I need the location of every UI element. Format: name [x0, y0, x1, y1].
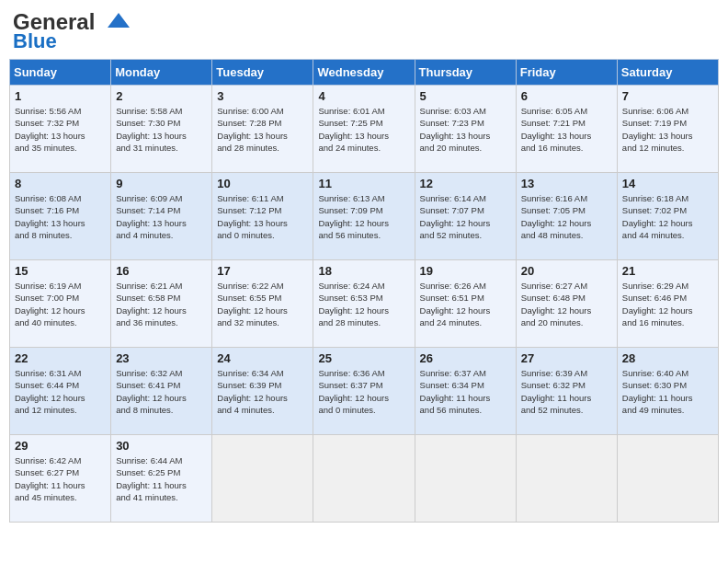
- table-row: 18Sunrise: 6:24 AM Sunset: 6:53 PM Dayli…: [313, 260, 415, 348]
- day-number: 25: [318, 351, 409, 365]
- table-row: 19Sunrise: 6:26 AM Sunset: 6:51 PM Dayli…: [415, 260, 516, 348]
- table-row: 22Sunrise: 6:31 AM Sunset: 6:44 PM Dayli…: [10, 348, 111, 435]
- header-wednesday: Wednesday: [313, 60, 415, 86]
- day-info: Sunrise: 6:08 AM Sunset: 7:16 PM Dayligh…: [15, 192, 106, 241]
- day-number: 30: [116, 439, 207, 453]
- table-row: 14Sunrise: 6:18 AM Sunset: 7:02 PM Dayli…: [617, 173, 718, 260]
- day-info: Sunrise: 6:26 AM Sunset: 6:51 PM Dayligh…: [420, 280, 511, 328]
- day-number: 5: [420, 89, 511, 103]
- calendar-row: 22Sunrise: 6:31 AM Sunset: 6:44 PM Dayli…: [10, 348, 719, 435]
- day-info: Sunrise: 6:40 AM Sunset: 6:30 PM Dayligh…: [622, 367, 713, 416]
- page-header: General Blue: [9, 9, 719, 52]
- table-row: 23Sunrise: 6:32 AM Sunset: 6:41 PM Dayli…: [111, 348, 212, 435]
- table-row: [617, 435, 718, 523]
- table-row: 21Sunrise: 6:29 AM Sunset: 6:46 PM Dayli…: [617, 260, 718, 348]
- day-number: 10: [217, 177, 308, 190]
- day-info: Sunrise: 6:05 AM Sunset: 7:21 PM Dayligh…: [521, 105, 612, 154]
- day-info: Sunrise: 6:18 AM Sunset: 7:02 PM Dayligh…: [622, 192, 713, 241]
- header-friday: Friday: [516, 60, 617, 86]
- table-row: 12Sunrise: 6:14 AM Sunset: 7:07 PM Dayli…: [415, 173, 516, 260]
- day-info: Sunrise: 6:00 AM Sunset: 7:28 PM Dayligh…: [217, 105, 308, 154]
- day-number: 19: [420, 264, 511, 278]
- day-info: Sunrise: 6:22 AM Sunset: 6:55 PM Dayligh…: [217, 280, 308, 328]
- calendar-body: 1Sunrise: 5:56 AM Sunset: 7:32 PM Daylig…: [10, 86, 719, 523]
- day-number: 3: [217, 89, 308, 103]
- day-info: Sunrise: 6:01 AM Sunset: 7:25 PM Dayligh…: [318, 105, 409, 154]
- day-info: Sunrise: 6:03 AM Sunset: 7:23 PM Dayligh…: [420, 105, 511, 154]
- table-row: 20Sunrise: 6:27 AM Sunset: 6:48 PM Dayli…: [516, 260, 617, 348]
- table-row: 9Sunrise: 6:09 AM Sunset: 7:14 PM Daylig…: [111, 173, 212, 260]
- day-number: 6: [521, 89, 612, 103]
- calendar-header-row: Sunday Monday Tuesday Wednesday Thursday…: [10, 60, 719, 86]
- day-info: Sunrise: 6:29 AM Sunset: 6:46 PM Dayligh…: [622, 280, 713, 328]
- day-info: Sunrise: 6:27 AM Sunset: 6:48 PM Dayligh…: [521, 280, 612, 328]
- day-number: 2: [116, 89, 207, 103]
- day-info: Sunrise: 6:32 AM Sunset: 6:41 PM Dayligh…: [116, 367, 207, 416]
- day-number: 27: [521, 351, 612, 365]
- table-row: 15Sunrise: 6:19 AM Sunset: 7:00 PM Dayli…: [10, 260, 111, 348]
- calendar-row: 29Sunrise: 6:42 AM Sunset: 6:27 PM Dayli…: [10, 435, 719, 523]
- day-number: 9: [116, 177, 207, 190]
- day-number: 1: [15, 89, 106, 103]
- calendar-row: 1Sunrise: 5:56 AM Sunset: 7:32 PM Daylig…: [10, 86, 719, 173]
- table-row: 7Sunrise: 6:06 AM Sunset: 7:19 PM Daylig…: [617, 86, 718, 173]
- day-info: Sunrise: 6:39 AM Sunset: 6:32 PM Dayligh…: [521, 367, 612, 416]
- day-info: Sunrise: 6:11 AM Sunset: 7:12 PM Dayligh…: [217, 192, 308, 241]
- calendar-row: 8Sunrise: 6:08 AM Sunset: 7:16 PM Daylig…: [10, 173, 719, 260]
- day-info: Sunrise: 6:24 AM Sunset: 6:53 PM Dayligh…: [318, 280, 409, 328]
- table-row: 8Sunrise: 6:08 AM Sunset: 7:16 PM Daylig…: [10, 173, 111, 260]
- svg-marker-0: [108, 13, 130, 28]
- day-number: 28: [622, 351, 713, 365]
- table-row: 2Sunrise: 5:58 AM Sunset: 7:30 PM Daylig…: [111, 86, 212, 173]
- day-number: 29: [15, 439, 106, 453]
- table-row: 6Sunrise: 6:05 AM Sunset: 7:21 PM Daylig…: [516, 86, 617, 173]
- table-row: 27Sunrise: 6:39 AM Sunset: 6:32 PM Dayli…: [516, 348, 617, 435]
- day-number: 14: [622, 177, 713, 190]
- table-row: 29Sunrise: 6:42 AM Sunset: 6:27 PM Dayli…: [10, 435, 111, 523]
- table-row: 5Sunrise: 6:03 AM Sunset: 7:23 PM Daylig…: [415, 86, 516, 173]
- day-info: Sunrise: 6:14 AM Sunset: 7:07 PM Dayligh…: [420, 192, 511, 241]
- table-row: 13Sunrise: 6:16 AM Sunset: 7:05 PM Dayli…: [516, 173, 617, 260]
- table-row: [313, 435, 415, 523]
- day-info: Sunrise: 6:21 AM Sunset: 6:58 PM Dayligh…: [116, 280, 207, 328]
- day-number: 7: [622, 89, 713, 103]
- table-row: 30Sunrise: 6:44 AM Sunset: 6:25 PM Dayli…: [111, 435, 212, 523]
- header-saturday: Saturday: [617, 60, 718, 86]
- day-number: 11: [318, 177, 409, 190]
- day-number: 13: [521, 177, 612, 190]
- table-row: 4Sunrise: 6:01 AM Sunset: 7:25 PM Daylig…: [313, 86, 415, 173]
- day-number: 12: [420, 177, 511, 190]
- table-row: 11Sunrise: 6:13 AM Sunset: 7:09 PM Dayli…: [313, 173, 415, 260]
- day-number: 15: [15, 264, 106, 278]
- day-info: Sunrise: 6:37 AM Sunset: 6:34 PM Dayligh…: [420, 367, 511, 416]
- day-info: Sunrise: 6:42 AM Sunset: 6:27 PM Dayligh…: [15, 454, 106, 503]
- day-info: Sunrise: 6:36 AM Sunset: 6:37 PM Dayligh…: [318, 367, 409, 416]
- table-row: 28Sunrise: 6:40 AM Sunset: 6:30 PM Dayli…: [617, 348, 718, 435]
- day-number: 24: [217, 351, 308, 365]
- day-number: 26: [420, 351, 511, 365]
- day-number: 23: [116, 351, 207, 365]
- day-number: 18: [318, 264, 409, 278]
- day-number: 8: [15, 177, 106, 190]
- table-row: [415, 435, 516, 523]
- table-row: 25Sunrise: 6:36 AM Sunset: 6:37 PM Dayli…: [313, 348, 415, 435]
- table-row: 16Sunrise: 6:21 AM Sunset: 6:58 PM Dayli…: [111, 260, 212, 348]
- table-row: 1Sunrise: 5:56 AM Sunset: 7:32 PM Daylig…: [10, 86, 111, 173]
- day-number: 4: [318, 89, 409, 103]
- day-info: Sunrise: 6:09 AM Sunset: 7:14 PM Dayligh…: [116, 192, 207, 241]
- day-info: Sunrise: 6:34 AM Sunset: 6:39 PM Dayligh…: [217, 367, 308, 416]
- day-info: Sunrise: 6:06 AM Sunset: 7:19 PM Dayligh…: [622, 105, 713, 154]
- day-number: 17: [217, 264, 308, 278]
- day-number: 16: [116, 264, 207, 278]
- calendar-row: 15Sunrise: 6:19 AM Sunset: 7:00 PM Dayli…: [10, 260, 719, 348]
- day-info: Sunrise: 5:58 AM Sunset: 7:30 PM Dayligh…: [116, 105, 207, 154]
- table-row: 26Sunrise: 6:37 AM Sunset: 6:34 PM Dayli…: [415, 348, 516, 435]
- day-number: 20: [521, 264, 612, 278]
- day-info: Sunrise: 6:44 AM Sunset: 6:25 PM Dayligh…: [116, 454, 207, 503]
- logo: General Blue: [13, 9, 131, 52]
- table-row: 10Sunrise: 6:11 AM Sunset: 7:12 PM Dayli…: [212, 173, 313, 260]
- day-number: 22: [15, 351, 106, 365]
- table-row: 3Sunrise: 6:00 AM Sunset: 7:28 PM Daylig…: [212, 86, 313, 173]
- header-thursday: Thursday: [415, 60, 516, 86]
- table-row: 24Sunrise: 6:34 AM Sunset: 6:39 PM Dayli…: [212, 348, 313, 435]
